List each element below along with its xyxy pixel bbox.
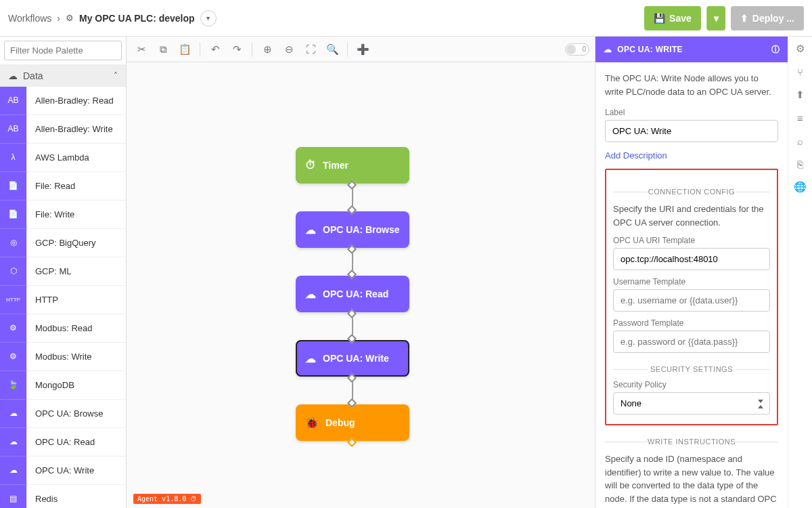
- palette-item[interactable]: ABAllen-Bradley: Read: [0, 87, 126, 115]
- rail-tab[interactable]: ⬆: [794, 88, 807, 102]
- palette-item[interactable]: 📄File: Write: [0, 200, 126, 229]
- section-security: SECURITY SETTINGS: [613, 365, 770, 373]
- properties-panel: ☁ OPC UA: WRITE ⓘ The OPC UA: Write Node…: [595, 37, 788, 508]
- palette-filter-input[interactable]: [4, 41, 122, 60]
- rail-tab[interactable]: ⌕: [794, 134, 807, 148]
- palette-item-label: Allen-Bradley: Write: [27, 124, 113, 134]
- panel-body: The OPC UA: Write Node allows you to wri…: [595, 62, 788, 508]
- main: ☁ Data ˄ ABAllen-Bradley: ReadABAllen-Br…: [0, 37, 812, 508]
- node-icon: ☁: [305, 224, 316, 236]
- section-write: WRITE INSTRUCTIONS: [605, 438, 778, 446]
- add-description-link[interactable]: Add Description: [605, 150, 667, 161]
- add-button[interactable]: ➕: [353, 40, 372, 59]
- palette-list: ABAllen-Bradley: ReadABAllen-Bradley: Wr…: [0, 87, 126, 508]
- palette-item[interactable]: ☁OPC UA: Write: [0, 457, 126, 485]
- palette-item[interactable]: 📄File: Read: [0, 172, 126, 200]
- copy-button[interactable]: ⧉: [154, 40, 173, 59]
- palette-item[interactable]: ☁OPC UA: Browse: [0, 400, 126, 428]
- rail-tab[interactable]: ≡: [794, 111, 807, 125]
- palette-item[interactable]: ▤Redis: [0, 485, 126, 508]
- paste-button[interactable]: 📋: [175, 40, 194, 59]
- palette-item[interactable]: ◎GCP: BigQuery: [0, 229, 126, 257]
- help-icon[interactable]: ⓘ: [771, 44, 780, 56]
- save-button[interactable]: 💾 Save: [644, 6, 701, 30]
- search-button[interactable]: 🔍: [323, 40, 342, 59]
- workflow-node[interactable]: ☁OPC UA: Write: [296, 340, 409, 377]
- workflow-canvas[interactable]: Agent v1.8.0 ⏱ ⏱Timer☁OPC UA: Browse☁OPC…: [127, 62, 595, 508]
- password-input[interactable]: [613, 331, 770, 353]
- palette-item-icon: ⬡: [0, 257, 27, 286]
- node-icon: ☁: [305, 352, 316, 365]
- label-input[interactable]: [605, 120, 778, 142]
- input-port[interactable]: [347, 270, 357, 279]
- redo-button[interactable]: ↷: [227, 40, 246, 59]
- rail-tab[interactable]: ⎘: [794, 157, 807, 171]
- uri-input[interactable]: [613, 248, 770, 270]
- security-policy-select[interactable]: None: [613, 392, 770, 415]
- breadcrumb-root[interactable]: Workflows: [8, 13, 51, 24]
- palette-item-label: MongoDB: [27, 380, 74, 390]
- node-label: Timer: [323, 160, 348, 171]
- input-port[interactable]: [347, 334, 357, 343]
- save-label: Save: [669, 13, 692, 24]
- palette-item-label: Redis: [27, 494, 58, 504]
- palette-item-label: GCP: ML: [27, 266, 71, 276]
- deploy-label: Deploy ...: [752, 13, 794, 24]
- node-label: OPC UA: Write: [323, 353, 389, 364]
- palette-item[interactable]: ☁OPC UA: Read: [0, 428, 126, 457]
- palette-item-icon: ◎: [0, 229, 27, 257]
- palette-item-icon: λ: [0, 144, 27, 172]
- fit-button[interactable]: ⛶: [301, 40, 320, 59]
- workflow-node[interactable]: 🐞Debug: [296, 404, 409, 441]
- palette-item[interactable]: ⚙Modbus: Read: [0, 314, 126, 343]
- live-toggle[interactable]: [565, 43, 589, 56]
- palette-item-icon: AB: [0, 115, 27, 144]
- cut-button[interactable]: ✂: [132, 40, 151, 59]
- connection-help: Specify the URI and credentials for the …: [613, 203, 770, 229]
- node-icon: ☁: [305, 288, 316, 301]
- output-port[interactable]: [347, 438, 357, 447]
- zoom-out-button[interactable]: ⊖: [279, 40, 298, 59]
- palette-item-label: Allen-Bradley: Read: [27, 96, 114, 106]
- undo-button[interactable]: ↶: [206, 40, 225, 59]
- chevron-up-icon: ˄: [114, 71, 118, 81]
- palette-item-icon: ⚙: [0, 343, 27, 371]
- palette-item[interactable]: HTTPHTTP: [0, 286, 126, 314]
- rail-tab[interactable]: 🌐: [794, 180, 807, 194]
- deploy-button[interactable]: ⬆ Deploy ...: [731, 6, 804, 30]
- zoom-in-button[interactable]: ⊕: [258, 40, 277, 59]
- output-port[interactable]: [347, 373, 357, 383]
- cloud-icon: ☁: [8, 70, 18, 81]
- breadcrumb-separator: ›: [57, 13, 60, 24]
- palette-item-label: OPC UA: Read: [27, 437, 95, 447]
- rail-tab[interactable]: ⚙: [794, 42, 807, 56]
- palette-item[interactable]: ⬡GCP: ML: [0, 257, 126, 286]
- node-label: OPC UA: Browse: [323, 224, 400, 235]
- output-port[interactable]: [347, 245, 357, 254]
- username-input[interactable]: [613, 289, 770, 312]
- palette-item-label: GCP: BigQuery: [27, 238, 96, 248]
- input-port[interactable]: [347, 205, 357, 215]
- palette-group-data[interactable]: ☁ Data ˄: [0, 65, 126, 87]
- node-label: OPC UA: Read: [323, 289, 388, 299]
- output-port[interactable]: [347, 309, 357, 318]
- cloud-icon: ☁: [604, 45, 612, 54]
- palette-item[interactable]: ABAllen-Bradley: Write: [0, 115, 126, 144]
- rail-tab[interactable]: ⑂: [794, 65, 807, 79]
- input-port[interactable]: [347, 398, 357, 408]
- panel-title: OPC UA: WRITE: [617, 45, 683, 54]
- breadcrumb-dropdown[interactable]: ▾: [200, 10, 217, 26]
- palette-item-icon: 📄: [0, 172, 27, 200]
- palette-item[interactable]: ⚙Modbus: Write: [0, 343, 126, 371]
- palette-item[interactable]: 🍃MongoDB: [0, 371, 126, 400]
- workflow-node[interactable]: ☁OPC UA: Browse: [296, 211, 409, 248]
- breadcrumb: Workflows › ⚙ My OPC UA PLC: develop ▾: [8, 10, 217, 26]
- output-port[interactable]: [347, 180, 357, 190]
- palette-item-label: File: Write: [27, 209, 74, 219]
- palette-item-icon: 📄: [0, 200, 27, 229]
- breadcrumb-title[interactable]: My OPC UA PLC: develop: [79, 13, 195, 24]
- workflow-node[interactable]: ☁OPC UA: Read: [296, 276, 409, 312]
- palette-item[interactable]: λAWS Lambda: [0, 144, 126, 172]
- save-dropdown[interactable]: ▾: [706, 6, 725, 30]
- workflow-node[interactable]: ⏱Timer: [296, 147, 409, 184]
